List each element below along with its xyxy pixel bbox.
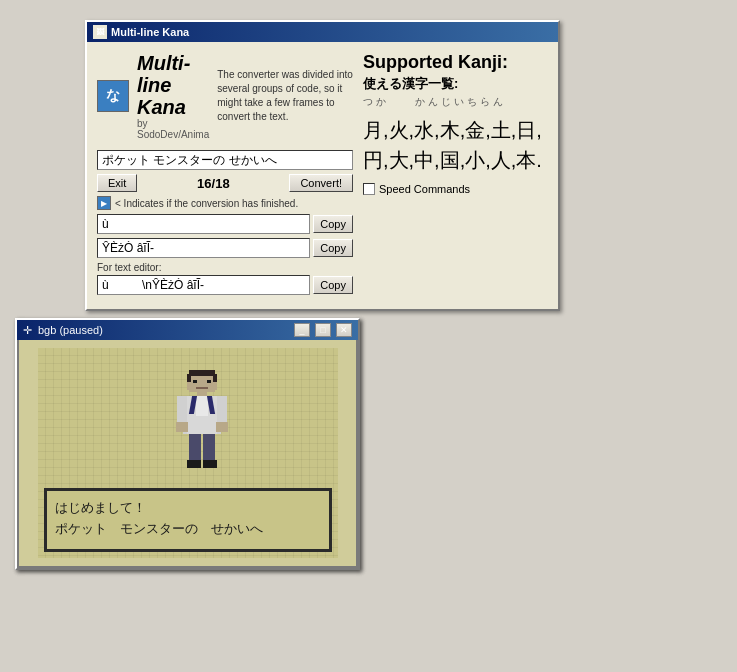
app-title-block: Multi-line Kana by SodoDev/Anima — [137, 52, 209, 140]
speed-commands-label: Speed Commands — [379, 183, 470, 195]
speed-commands-row: Speed Commands — [363, 183, 548, 195]
status-text: < Indicates if the conversion has finish… — [115, 198, 298, 209]
svg-rect-6 — [207, 380, 211, 383]
svg-rect-11 — [196, 396, 208, 416]
copy1-button[interactable]: Copy — [313, 215, 353, 233]
converter-title-text: Multi-line Kana — [111, 26, 189, 38]
kanji-list: 月,火,水,木,金,土,日,円,大,中,国,小,人,本. — [363, 115, 548, 175]
app-title: Multi-line Kana — [137, 52, 209, 118]
character-svg — [167, 368, 237, 478]
status-row: ▶ < Indicates if the conversion has fini… — [97, 196, 353, 210]
svg-rect-7 — [196, 387, 208, 389]
app-icon: な — [97, 80, 129, 112]
converter-window: 🖼 Multi-line Kana な Multi-line Kana by S… — [85, 20, 560, 311]
editor-label: For text editor: — [97, 262, 353, 273]
editor-row: Copy — [97, 275, 353, 295]
bgb-right-minimize[interactable]: _ — [294, 323, 310, 337]
copy2-button[interactable]: Copy — [313, 239, 353, 257]
converter-title-bar: 🖼 Multi-line Kana — [87, 22, 558, 42]
kanji-title: Supported Kanji: — [363, 52, 548, 73]
bgb-right-body: はじめまして！ ポケット モンスターの せかいへ — [17, 340, 358, 568]
speed-commands-checkbox[interactable] — [363, 183, 375, 195]
bgb-right-dialog: はじめまして！ ポケット モンスターの せかいへ — [44, 488, 332, 552]
bgb-right-dialog-line1: はじめまして！ ポケット モンスターの せかいへ — [55, 499, 321, 541]
svg-rect-19 — [203, 434, 215, 462]
field1-input[interactable] — [97, 214, 310, 234]
controls-row: Exit 16/18 Convert! — [97, 174, 353, 192]
header-row: な Multi-line Kana by SodoDev/Anima The c… — [97, 52, 353, 140]
svg-rect-8 — [197, 392, 207, 396]
bgb-right-plus-icon: ✛ — [23, 324, 32, 337]
svg-rect-20 — [187, 460, 201, 468]
bgb-right-close[interactable]: ✕ — [336, 323, 352, 337]
bgb-right-window: ✛ bgb (paused) _ □ ✕ — [15, 318, 360, 570]
svg-rect-2 — [189, 370, 215, 376]
svg-rect-15 — [217, 396, 227, 424]
main-text-input[interactable] — [97, 150, 353, 170]
status-icon: ▶ — [97, 196, 111, 210]
converter-right-panel: Supported Kanji: 使える漢字一覧: つか かんじいちらん 月,火… — [363, 52, 548, 299]
counter-display: 16/18 — [141, 176, 285, 191]
svg-rect-5 — [193, 380, 197, 383]
svg-rect-3 — [187, 374, 191, 382]
kanji-reading: つか かんじいちらん — [363, 95, 548, 109]
field2-input[interactable] — [97, 238, 310, 258]
character-sprite — [167, 368, 237, 481]
editor-input[interactable] — [97, 275, 310, 295]
bgb-right-restore[interactable]: □ — [315, 323, 331, 337]
bgb-right-title-bar: ✛ bgb (paused) _ □ ✕ — [17, 320, 358, 340]
main-input-row — [97, 150, 353, 170]
converter-left-panel: な Multi-line Kana by SodoDev/Anima The c… — [97, 52, 353, 299]
svg-rect-14 — [177, 396, 187, 424]
bgb-right-title: bgb (paused) — [38, 324, 289, 336]
svg-rect-4 — [213, 374, 217, 382]
exit-button[interactable]: Exit — [97, 174, 137, 192]
copy3-button[interactable]: Copy — [313, 276, 353, 294]
field2-row: Copy — [97, 238, 353, 258]
kanji-subtitle: 使える漢字一覧: — [363, 75, 548, 93]
svg-rect-18 — [189, 434, 201, 462]
svg-rect-16 — [176, 422, 188, 432]
app-subtitle: by SodoDev/Anima — [137, 118, 209, 140]
convert-button[interactable]: Convert! — [289, 174, 353, 192]
svg-rect-17 — [216, 422, 228, 432]
field1-row: Copy — [97, 214, 353, 234]
title-bar-icon: 🖼 — [93, 25, 107, 39]
app-description: The converter was divided into several g… — [217, 68, 353, 124]
bgb-right-screen: はじめまして！ ポケット モンスターの せかいへ — [38, 348, 338, 558]
svg-rect-21 — [203, 460, 217, 468]
